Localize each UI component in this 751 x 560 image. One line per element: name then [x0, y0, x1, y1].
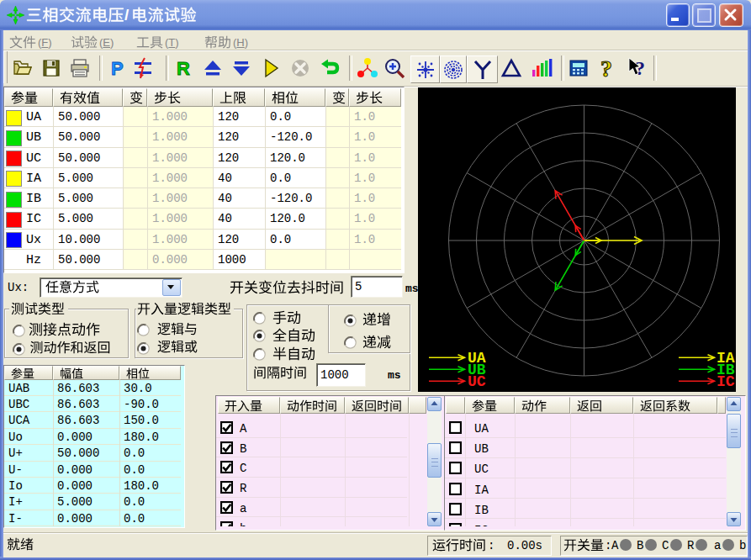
svg-text:UC: UC [468, 373, 486, 390]
svg-text:P: P [111, 58, 124, 79]
svg-text:?: ? [600, 57, 612, 79]
svg-text:?: ? [635, 57, 645, 79]
svg-text:IC: IC [717, 373, 735, 390]
svg-text:R: R [177, 58, 190, 79]
